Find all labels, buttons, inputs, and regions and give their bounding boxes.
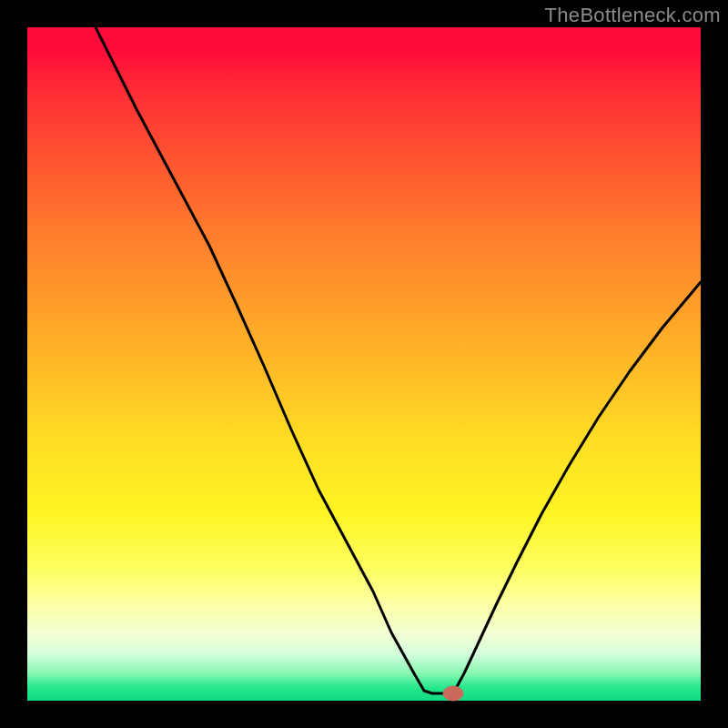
watermark-text: TheBottleneck.com	[545, 4, 721, 27]
chart-frame: TheBottleneck.com	[0, 0, 728, 728]
curve-right	[453, 282, 701, 693]
plot-area	[27, 27, 701, 701]
curve-svg	[27, 27, 701, 701]
curve-left	[96, 27, 453, 693]
min-marker	[443, 686, 463, 701]
